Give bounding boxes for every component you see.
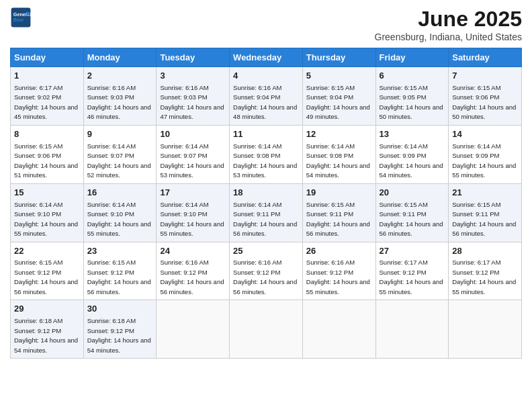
- day-number: 11: [233, 128, 299, 141]
- calendar-cell: [449, 300, 522, 359]
- calendar-week-4: 15Sunrise: 6:14 AMSunset: 9:10 PMDayligh…: [11, 183, 522, 242]
- calendar-cell: 9Sunrise: 6:14 AMSunset: 9:07 PMDaylight…: [83, 125, 157, 183]
- day-number: 9: [87, 128, 153, 141]
- day-info: Sunrise: 6:15 AMSunset: 9:12 PMDaylight:…: [14, 259, 78, 295]
- day-info: Sunrise: 6:15 AMSunset: 9:11 PMDaylight:…: [452, 201, 516, 238]
- calendar-cell: 21Sunrise: 6:15 AMSunset: 9:11 PMDayligh…: [449, 183, 522, 242]
- calendar-cell: 13Sunrise: 6:14 AMSunset: 9:09 PMDayligh…: [375, 125, 449, 183]
- day-info: Sunrise: 6:14 AMSunset: 9:07 PMDaylight:…: [87, 142, 151, 179]
- day-info: Sunrise: 6:14 AMSunset: 9:09 PMDaylight:…: [452, 142, 516, 179]
- svg-text:Blue: Blue: [13, 17, 24, 23]
- calendar-week-5: 22Sunrise: 6:15 AMSunset: 9:12 PMDayligh…: [11, 242, 522, 300]
- day-info: Sunrise: 6:14 AMSunset: 9:10 PMDaylight:…: [14, 201, 78, 238]
- calendar-cell: 16Sunrise: 6:14 AMSunset: 9:10 PMDayligh…: [83, 183, 157, 242]
- day-number: 10: [160, 128, 226, 141]
- calendar-cell: 28Sunrise: 6:17 AMSunset: 9:12 PMDayligh…: [449, 242, 522, 300]
- calendar-cell: 1Sunrise: 6:17 AMSunset: 9:02 PMDaylight…: [11, 67, 84, 126]
- day-info: Sunrise: 6:17 AMSunset: 9:02 PMDaylight:…: [14, 84, 78, 121]
- calendar-week-3: 8Sunrise: 6:15 AMSunset: 9:06 PMDaylight…: [11, 125, 522, 183]
- day-info: Sunrise: 6:14 AMSunset: 9:07 PMDaylight:…: [160, 142, 224, 179]
- day-info: Sunrise: 6:17 AMSunset: 9:12 PMDaylight:…: [452, 259, 516, 295]
- day-info: Sunrise: 6:14 AMSunset: 9:10 PMDaylight:…: [160, 201, 224, 238]
- calendar-cell: 18Sunrise: 6:14 AMSunset: 9:11 PMDayligh…: [230, 183, 303, 242]
- day-header-sunday: Sunday: [11, 48, 84, 67]
- day-info: Sunrise: 6:14 AMSunset: 9:09 PMDaylight:…: [380, 142, 443, 179]
- day-info: Sunrise: 6:17 AMSunset: 9:12 PMDaylight:…: [380, 259, 443, 295]
- calendar-cell: 11Sunrise: 6:14 AMSunset: 9:08 PMDayligh…: [230, 125, 303, 183]
- day-number: 24: [160, 245, 226, 258]
- day-info: Sunrise: 6:15 AMSunset: 9:11 PMDaylight:…: [380, 201, 443, 238]
- day-number: 2: [87, 70, 153, 83]
- day-header-monday: Monday: [83, 48, 157, 67]
- logo: General Blue: [10, 7, 32, 28]
- day-number: 19: [306, 187, 372, 199]
- day-info: Sunrise: 6:14 AMSunset: 9:11 PMDaylight:…: [233, 201, 297, 238]
- day-info: Sunrise: 6:15 AMSunset: 9:06 PMDaylight:…: [452, 84, 516, 121]
- day-number: 21: [452, 187, 518, 199]
- day-number: 30: [87, 303, 153, 316]
- day-header-tuesday: Tuesday: [157, 48, 230, 67]
- day-number: 22: [14, 245, 80, 258]
- header: General Blue June 2025 Greensburg, India…: [10, 7, 522, 42]
- day-info: Sunrise: 6:14 AMSunset: 9:10 PMDaylight:…: [87, 201, 151, 238]
- day-info: Sunrise: 6:16 AMSunset: 9:12 PMDaylight:…: [160, 259, 224, 295]
- logo-icon: General Blue: [10, 7, 32, 28]
- calendar-cell: 17Sunrise: 6:14 AMSunset: 9:10 PMDayligh…: [157, 183, 230, 242]
- calendar-table: SundayMondayTuesdayWednesdayThursdayFrid…: [10, 48, 522, 359]
- day-info: Sunrise: 6:15 AMSunset: 9:05 PMDaylight:…: [380, 84, 443, 121]
- calendar-cell: 5Sunrise: 6:15 AMSunset: 9:04 PMDaylight…: [302, 67, 375, 126]
- day-info: Sunrise: 6:16 AMSunset: 9:12 PMDaylight:…: [306, 259, 370, 295]
- calendar-cell: 15Sunrise: 6:14 AMSunset: 9:10 PMDayligh…: [11, 183, 84, 242]
- day-number: 26: [306, 245, 372, 258]
- day-number: 16: [87, 187, 153, 199]
- day-number: 4: [233, 70, 299, 83]
- day-number: 27: [380, 245, 445, 258]
- day-number: 25: [233, 245, 299, 258]
- day-info: Sunrise: 6:15 AMSunset: 9:04 PMDaylight:…: [306, 84, 370, 121]
- calendar-cell: 3Sunrise: 6:16 AMSunset: 9:03 PMDaylight…: [157, 67, 230, 126]
- day-info: Sunrise: 6:14 AMSunset: 9:08 PMDaylight:…: [306, 142, 370, 179]
- day-number: 14: [452, 128, 518, 141]
- calendar-cell: 2Sunrise: 6:16 AMSunset: 9:03 PMDaylight…: [83, 67, 157, 126]
- day-header-wednesday: Wednesday: [230, 48, 303, 67]
- calendar-cell: 14Sunrise: 6:14 AMSunset: 9:09 PMDayligh…: [449, 125, 522, 183]
- calendar-cell: 10Sunrise: 6:14 AMSunset: 9:07 PMDayligh…: [157, 125, 230, 183]
- calendar-cell: 22Sunrise: 6:15 AMSunset: 9:12 PMDayligh…: [11, 242, 84, 300]
- day-info: Sunrise: 6:18 AMSunset: 9:12 PMDaylight:…: [14, 317, 78, 354]
- calendar-cell: 23Sunrise: 6:15 AMSunset: 9:12 PMDayligh…: [83, 242, 157, 300]
- day-info: Sunrise: 6:15 AMSunset: 9:06 PMDaylight:…: [14, 142, 78, 179]
- day-info: Sunrise: 6:15 AMSunset: 9:12 PMDaylight:…: [87, 259, 151, 295]
- location-title: Greensburg, Indiana, United States: [375, 32, 522, 42]
- calendar-cell: 8Sunrise: 6:15 AMSunset: 9:06 PMDaylight…: [11, 125, 84, 183]
- day-number: 28: [452, 245, 518, 258]
- month-title: June 2025: [375, 7, 522, 32]
- day-number: 8: [14, 128, 80, 141]
- day-info: Sunrise: 6:18 AMSunset: 9:12 PMDaylight:…: [87, 317, 151, 354]
- day-info: Sunrise: 6:14 AMSunset: 9:08 PMDaylight:…: [233, 142, 297, 179]
- day-number: 17: [160, 187, 226, 199]
- day-number: 23: [87, 245, 153, 258]
- day-number: 12: [306, 128, 372, 141]
- title-area: June 2025 Greensburg, Indiana, United St…: [375, 7, 522, 42]
- day-header-saturday: Saturday: [449, 48, 522, 67]
- day-number: 13: [380, 128, 445, 141]
- day-header-thursday: Thursday: [302, 48, 375, 67]
- day-header-row: SundayMondayTuesdayWednesdayThursdayFrid…: [11, 48, 522, 67]
- day-number: 1: [14, 70, 80, 83]
- day-info: Sunrise: 6:16 AMSunset: 9:03 PMDaylight:…: [160, 84, 224, 121]
- calendar-cell: [230, 300, 303, 359]
- calendar-cell: 25Sunrise: 6:16 AMSunset: 9:12 PMDayligh…: [230, 242, 303, 300]
- calendar-cell: 19Sunrise: 6:15 AMSunset: 9:11 PMDayligh…: [302, 183, 375, 242]
- day-info: Sunrise: 6:16 AMSunset: 9:03 PMDaylight:…: [87, 84, 151, 121]
- calendar-cell: 4Sunrise: 6:16 AMSunset: 9:04 PMDaylight…: [230, 67, 303, 126]
- calendar-cell: [157, 300, 230, 359]
- calendar-cell: 24Sunrise: 6:16 AMSunset: 9:12 PMDayligh…: [157, 242, 230, 300]
- day-number: 7: [452, 70, 518, 83]
- calendar-cell: 30Sunrise: 6:18 AMSunset: 9:12 PMDayligh…: [83, 300, 157, 359]
- calendar-cell: 29Sunrise: 6:18 AMSunset: 9:12 PMDayligh…: [11, 300, 84, 359]
- calendar-cell: [375, 300, 449, 359]
- day-number: 20: [380, 187, 445, 199]
- calendar-week-6: 29Sunrise: 6:18 AMSunset: 9:12 PMDayligh…: [11, 300, 522, 359]
- day-number: 29: [14, 303, 80, 316]
- day-info: Sunrise: 6:15 AMSunset: 9:11 PMDaylight:…: [306, 201, 370, 238]
